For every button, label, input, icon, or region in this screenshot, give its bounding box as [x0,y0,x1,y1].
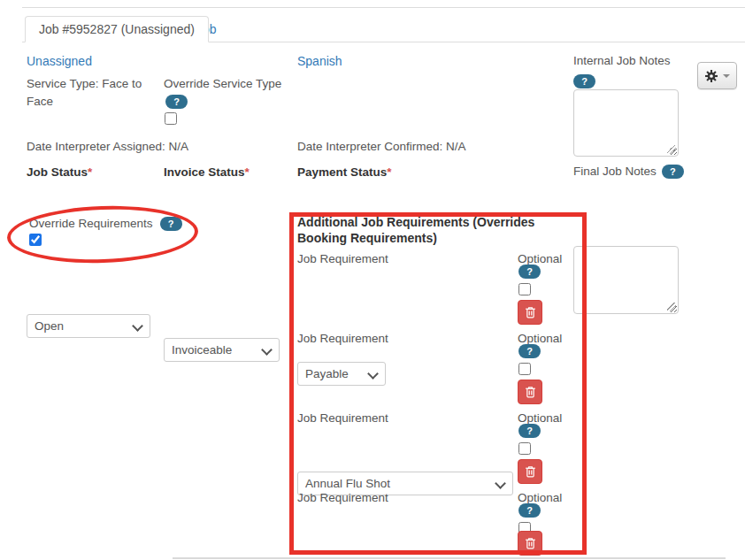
additional-requirements-heading: Additional Job Requirements (Overrides B… [297,215,561,246]
override-service-type-checkbox[interactable] [165,112,177,125]
final-job-notes-label: Final Job Notes [573,163,657,180]
payment-status-select-wrap: Payable [297,362,386,386]
caret-down-icon [723,74,730,78]
required-asterisk: * [387,165,391,179]
settings-dropdown-button[interactable] [697,62,737,89]
language-link[interactable]: Spanish [297,54,342,68]
internal-job-notes-label: Internal Job Notes [573,52,671,70]
internal-job-notes-textarea[interactable] [573,89,679,157]
optional-help-icon[interactable]: ? [518,424,541,438]
delete-requirement-button-3[interactable] [518,459,542,484]
trash-icon [525,306,536,318]
final-notes-help-icon[interactable]: ? [662,165,684,179]
internal-notes-help-icon[interactable]: ? [573,74,595,88]
tab-job-unassigned[interactable]: Job #5952827 (Unassigned) [25,16,209,42]
final-job-notes-textarea[interactable] [573,246,679,314]
override-requirements-label: Override Requirements [29,215,153,233]
optional-help-icon[interactable]: ? [518,344,541,358]
optional-checkbox-2[interactable] [518,363,531,375]
trash-icon [525,537,536,549]
override-service-type-help-icon[interactable]: ? [165,95,188,109]
final-job-notes-label-row: Final Job Notes ? [573,163,684,180]
panel-bottom-border [173,557,726,559]
date-interpreter-confirmed-text: Date Interpreter Confirmed: N/A [297,138,466,156]
service-type-text: Service Type: Face to Face [27,75,161,110]
date-interpreter-assigned-text: Date Interpreter Assigned: N/A [27,138,188,156]
override-requirements-row: Override Requirements ? [29,215,182,233]
delete-requirement-button-1[interactable] [518,300,542,325]
delete-requirement-button-2[interactable] [518,380,542,404]
payment-status-select[interactable]: Payable [297,362,386,386]
job-edit-panel: Job #5952827 (Unassigned) Job Unassigned… [0,0,745,560]
override-requirements-help-icon[interactable]: ? [160,217,182,231]
gear-icon [705,70,718,82]
optional-checkbox-3[interactable] [518,442,531,455]
internal-job-notes-wrap [573,89,679,157]
tab-job-unassigned-label: Job #5952827 (Unassigned) [39,22,195,36]
job-requirement-label: Job Requirement [297,330,388,348]
invoice-status-select[interactable]: Invoiceable [164,338,280,362]
required-asterisk: * [245,165,250,179]
required-asterisk: * [88,165,92,179]
interpreter-link[interactable]: Unassigned [27,54,92,68]
job-status-select-wrap: Open [27,314,150,338]
override-requirements-checkbox[interactable] [29,234,42,246]
override-service-type-label: Override Service Type [164,75,314,93]
payment-status-label: Payment Status* [297,165,392,179]
optional-help-icon[interactable]: ? [518,265,541,279]
job-requirement-label: Job Requirement [297,250,388,268]
job-requirement-label: Job Requirement [297,410,388,427]
delete-requirement-button-4[interactable] [518,531,542,556]
panel-top-border [22,7,745,8]
final-job-notes-wrap [573,246,679,314]
optional-checkbox-1[interactable] [518,283,531,295]
job-status-select[interactable]: Open [27,314,150,338]
trash-icon [525,386,536,398]
trash-icon [525,465,536,478]
invoice-status-label: Invoice Status* [164,165,250,179]
optional-help-icon[interactable]: ? [518,503,541,518]
invoice-status-select-wrap: Invoiceable [164,338,280,362]
job-requirement-label: Job Requirement [297,489,388,507]
job-status-label: Job Status* [27,165,92,179]
